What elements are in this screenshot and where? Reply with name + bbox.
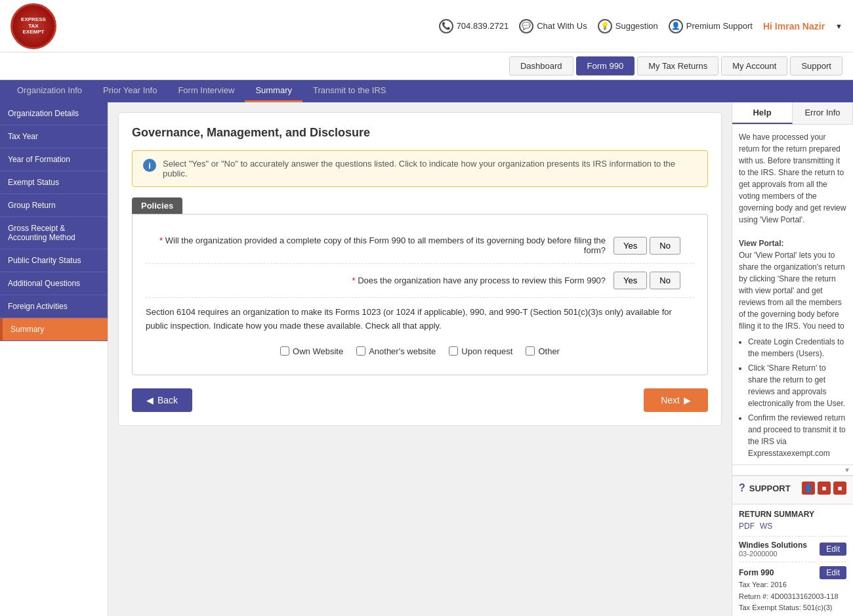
form-card: Governance, Management, and Disclosure i…: [118, 112, 722, 426]
help-tabs: Help Error Info: [732, 102, 853, 125]
back-label: Back: [157, 395, 178, 405]
sidebar-item-additional-questions[interactable]: Additional Questions: [0, 272, 108, 295]
phone-number: 704.839.2721: [457, 21, 509, 31]
suggestion-icon: 💡: [598, 19, 612, 33]
sidebar-item-year-formation[interactable]: Year of Formation: [0, 148, 108, 171]
nav-my-account[interactable]: My Account: [721, 56, 787, 75]
ws-link[interactable]: WS: [760, 522, 772, 531]
phone-icon: 📞: [439, 19, 453, 33]
suggestion-label: Suggestion: [615, 21, 658, 31]
error-info-tab[interactable]: Error Info: [793, 102, 853, 124]
support-chat-icon[interactable]: ■: [818, 482, 831, 495]
policies-content: * Will the organization provided a compl…: [132, 214, 708, 375]
sidebar-item-public-charity[interactable]: Public Charity Status: [0, 249, 108, 272]
sub-nav-summary[interactable]: Summary: [245, 80, 302, 102]
checkbox-other-label: Other: [538, 346, 560, 356]
return-entry-org-header: Windies Solutions 03-2000000 Edit: [739, 541, 846, 558]
help-bullet2: Click 'Share Return' to share the return…: [748, 362, 846, 409]
checkbox-own-website-input[interactable]: [280, 346, 289, 356]
support-question-icon: ?: [739, 482, 745, 494]
main-layout: Organization Details Tax Year Year of Fo…: [0, 102, 853, 616]
checkboxes-row: Own Website Another's website Upon reque…: [146, 341, 694, 361]
checkbox-anothers-website[interactable]: Another's website: [356, 346, 436, 356]
checkbox-other[interactable]: Other: [526, 346, 560, 356]
support-email-icon[interactable]: ■: [833, 482, 846, 495]
return-entry-org: Windies Solutions 03-2000000 Edit: [739, 536, 846, 562]
premium-icon: 👤: [669, 19, 683, 33]
sidebar-item-foreign-activities[interactable]: Foreign Activities: [0, 295, 108, 318]
info-text: Select "Yes" or "No" to accurately answe…: [163, 159, 697, 178]
header-contact: 📞 704.839.2721 💬 Chat With Us 💡 Suggesti…: [439, 19, 843, 33]
header-right: 📞 704.839.2721 💬 Chat With Us 💡 Suggesti…: [439, 19, 843, 33]
checkbox-anothers-website-label: Another's website: [369, 346, 436, 356]
right-panel: Help Error Info We have processed your r…: [732, 102, 853, 616]
sub-nav-form-interview[interactable]: Form Interview: [167, 80, 245, 102]
edit-form-button[interactable]: Edit: [820, 566, 846, 579]
next-arrow-icon: ▶: [684, 395, 691, 405]
help-text1: We have processed your return for the re…: [739, 131, 846, 226]
question1-buttons: Yes No: [614, 237, 680, 255]
sub-nav-prior-year[interactable]: Prior Year Info: [93, 80, 167, 102]
support-section: ? SUPPORT 👤 ■ ■: [732, 475, 853, 504]
nav-buttons: Dashboard Form 990 My Tax Returns My Acc…: [0, 52, 853, 80]
content-area: Governance, Management, and Disclosure i…: [108, 102, 732, 616]
nav-support[interactable]: Support: [790, 56, 843, 75]
nav-form990[interactable]: Form 990: [576, 56, 635, 75]
view-portal-text: Our 'View Portal' lets you to share the …: [739, 249, 846, 332]
sidebar-item-group-return[interactable]: Group Return: [0, 194, 108, 217]
required-star2: *: [352, 276, 355, 285]
tax-exempt-status: Tax Exempt Status: 501(c)(3): [739, 602, 846, 614]
return-entry-form-header: Form 990 Edit: [739, 566, 846, 579]
checkbox-other-input[interactable]: [526, 346, 535, 356]
question1-no[interactable]: No: [650, 237, 680, 255]
sidebar-item-gross-receipt[interactable]: Gross Receipt & Accounting Method: [0, 217, 108, 249]
sub-nav-transmit[interactable]: Transmit to the IRS: [302, 80, 397, 102]
form-label: Form 990: [739, 568, 774, 577]
question1-text: * Will the organization provided a compl…: [159, 236, 606, 255]
support-phone-icon[interactable]: 👤: [802, 482, 815, 495]
pdf-link[interactable]: PDF: [739, 522, 755, 531]
phone-item[interactable]: 📞 704.839.2721: [439, 19, 509, 33]
checkbox-upon-request-input[interactable]: [449, 346, 458, 356]
return-summary-title: RETURN SUMMARY: [739, 510, 846, 519]
chat-item[interactable]: 💬 Chat With Us: [519, 19, 587, 33]
return-summary-links: PDF WS: [739, 522, 846, 531]
sub-nav-org-info[interactable]: Organization Info: [7, 80, 93, 102]
tax-year: Tax Year: 2016: [739, 579, 846, 591]
info-icon: i: [143, 159, 156, 172]
next-button[interactable]: Next ▶: [644, 388, 708, 412]
question1-yes[interactable]: Yes: [614, 237, 647, 255]
return-entry-org-name-block: Windies Solutions 03-2000000: [739, 541, 807, 558]
question1-row: * Will the organization provided a compl…: [146, 228, 694, 264]
checkbox-upon-request-label: Upon request: [461, 346, 512, 356]
logo: EXPRESSTAXEXEMPT: [10, 3, 56, 49]
form-nav-buttons: ◀ Back Next ▶: [132, 388, 708, 412]
user-greeting[interactable]: Hi Imran Nazir: [763, 21, 825, 31]
sidebar: Organization Details Tax Year Year of Fo…: [0, 102, 108, 616]
nav-dashboard[interactable]: Dashboard: [509, 56, 573, 75]
chat-label: Chat With Us: [537, 21, 587, 31]
checkbox-anothers-website-input[interactable]: [356, 346, 365, 356]
scroll-indicator: ▼: [732, 464, 853, 475]
return-entry-form: Form 990 Edit Tax Year: 2016 Return #: 4…: [739, 562, 846, 616]
checkbox-own-website[interactable]: Own Website: [280, 346, 343, 356]
help-bullet3: Confirm the reviewed return and proceed …: [748, 412, 846, 459]
question1-label: Will the organization provided a complet…: [165, 236, 606, 255]
edit-org-button[interactable]: Edit: [820, 543, 846, 556]
checkbox-own-website-label: Own Website: [293, 346, 343, 356]
premium-item[interactable]: 👤 Premium Support: [669, 19, 753, 33]
user-dropdown-icon[interactable]: ▼: [835, 22, 843, 30]
checkbox-upon-request[interactable]: Upon request: [449, 346, 512, 356]
policies-tab[interactable]: Policies: [132, 197, 182, 214]
question2-no[interactable]: No: [650, 272, 680, 289]
back-button[interactable]: ◀ Back: [132, 388, 192, 412]
premium-label: Premium Support: [686, 21, 753, 31]
sidebar-item-exempt-status[interactable]: Exempt Status: [0, 171, 108, 194]
suggestion-item[interactable]: 💡 Suggestion: [598, 19, 658, 33]
sidebar-item-tax-year[interactable]: Tax Year: [0, 125, 108, 148]
question2-yes[interactable]: Yes: [614, 272, 647, 289]
sidebar-item-org-details[interactable]: Organization Details: [0, 102, 108, 125]
help-tab[interactable]: Help: [732, 102, 793, 124]
nav-tax-returns[interactable]: My Tax Returns: [637, 56, 718, 75]
sidebar-item-summary[interactable]: Summary: [0, 318, 108, 341]
